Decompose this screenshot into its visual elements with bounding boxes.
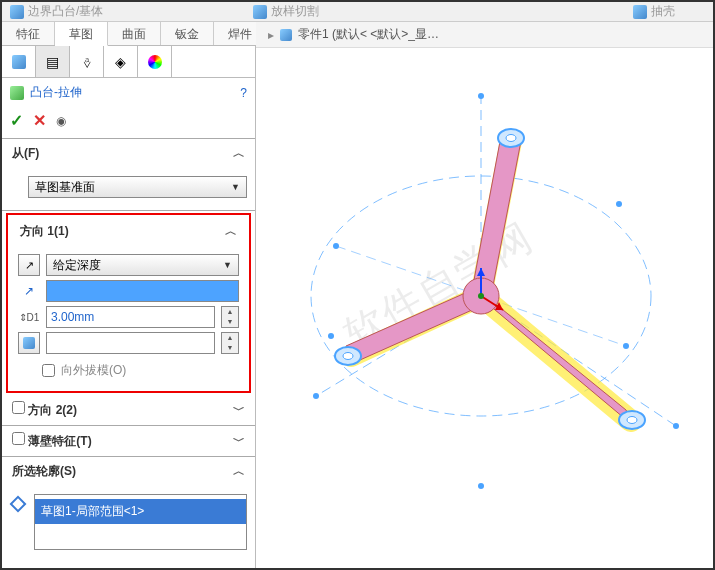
draft-button[interactable] (18, 332, 40, 354)
section-label: 薄壁特征(T) (28, 434, 91, 448)
svg-point-17 (627, 417, 637, 424)
direction-vector-input[interactable] (46, 280, 239, 302)
manager-tab-config[interactable]: ⎀ (70, 46, 104, 77)
from-dropdown[interactable]: 草图基准面 ▼ (28, 176, 247, 198)
section-from-header[interactable]: 从(F) ︿ (2, 139, 255, 168)
svg-point-26 (333, 243, 339, 249)
contour-selected-item[interactable]: 草图1-局部范围<1> (35, 499, 246, 524)
extrude-icon (10, 86, 24, 100)
section-direction1: 方向 1(1) ︿ ↗ 给定深度 ▼ ↗ ⇕D1 (10, 217, 247, 389)
chevron-up-icon: ︿ (233, 463, 245, 480)
section-dir2-header[interactable]: 方向 2(2) ﹀ (2, 395, 255, 425)
tab-sketch[interactable]: 草图 (55, 22, 108, 46)
draft-icon (23, 337, 35, 349)
ribbon-item-shell[interactable]: 抽壳 (633, 3, 675, 20)
draft-outward-row: 向外拔模(O) (18, 358, 239, 381)
svg-point-29 (616, 201, 622, 207)
help-icon[interactable]: ? (240, 86, 247, 100)
graphics-viewport[interactable]: ▸ 零件1 (默认< <默认>_显… 软件自学网 (256, 46, 713, 568)
chevron-down-icon: ﹀ (233, 402, 245, 419)
model-svg (256, 46, 715, 566)
ribbon-item-boundary[interactable]: 边界凸台/基体 (10, 3, 103, 20)
svg-point-27 (623, 343, 629, 349)
section-dir1-header[interactable]: 方向 1(1) ︿ (10, 217, 247, 246)
section-label: 方向 2(2) (28, 403, 77, 417)
tab-sheetmetal[interactable]: 钣金 (161, 22, 214, 45)
cancel-button[interactable]: ✕ (33, 111, 46, 130)
expand-icon[interactable]: ▸ (268, 28, 274, 42)
ok-button[interactable]: ✓ (10, 111, 23, 130)
preview-toggle[interactable]: ◉ (56, 114, 66, 128)
spin-down[interactable]: ▼ (222, 343, 238, 353)
section-label: 所选轮廓(S) (12, 463, 76, 480)
ribbon-item-loftcut[interactable]: 放样切割 (253, 3, 319, 20)
depth-icon: ⇕D1 (18, 312, 40, 323)
section-from: 从(F) ︿ 草图基准面 ▼ (2, 139, 255, 211)
checkbox-label: 向外拔模(O) (61, 362, 126, 379)
manager-tab-property[interactable]: ▤ (36, 46, 70, 77)
dropdown-arrow-icon: ▼ (231, 182, 240, 192)
dir2-checkbox[interactable] (12, 401, 25, 414)
svg-point-15 (506, 135, 516, 142)
cube-icon (10, 5, 24, 19)
target-icon: ◈ (115, 54, 126, 70)
cube-icon (633, 5, 647, 19)
section-thin-feature: 薄壁特征(T) ﹀ (2, 426, 255, 457)
direction-arrow-icon: ↗ (18, 284, 40, 298)
section-direction2: 方向 2(2) ﹀ (2, 395, 255, 426)
feature-header: 凸台-拉伸 ? (2, 78, 255, 107)
ribbon-label: 抽壳 (651, 3, 675, 20)
reverse-direction-button[interactable]: ↗ (18, 254, 40, 276)
end-condition-dropdown[interactable]: 给定深度 ▼ (46, 254, 239, 276)
depth-spinner[interactable]: ▲ ▼ (221, 306, 239, 328)
section-label: 从(F) (12, 145, 39, 162)
chevron-up-icon: ︿ (225, 223, 237, 240)
spin-up[interactable]: ▲ (222, 307, 238, 317)
property-icon: ▤ (46, 54, 59, 70)
breadcrumb-part[interactable]: 零件1 (默认< <默认>_显… (298, 26, 439, 43)
dropdown-value: 给定深度 (53, 257, 101, 274)
feature-tree-icon (12, 55, 26, 69)
spin-up[interactable]: ▲ (222, 333, 238, 343)
draft-spinner[interactable]: ▲ ▼ (221, 332, 239, 354)
config-icon: ⎀ (83, 54, 91, 70)
manager-tab-appearance[interactable] (138, 46, 172, 77)
svg-point-22 (478, 293, 484, 299)
cube-icon (253, 5, 267, 19)
confirm-row: ✓ ✕ ◉ (2, 107, 255, 139)
draft-angle-input[interactable] (46, 332, 215, 354)
contour-listbox[interactable]: 草图1-局部范围<1> (34, 494, 247, 550)
chevron-up-icon: ︿ (233, 145, 245, 162)
ribbon-label: 边界凸台/基体 (28, 3, 103, 20)
manager-tabs: ▤ ⎀ ◈ (2, 46, 255, 78)
svg-point-30 (328, 333, 334, 339)
chevron-down-icon: ﹀ (233, 433, 245, 450)
breadcrumb: ▸ 零件1 (默认< <默认>_显… (256, 22, 713, 48)
tab-surface[interactable]: 曲面 (108, 22, 161, 45)
manager-tab-feature[interactable] (2, 46, 36, 77)
dropdown-value: 草图基准面 (35, 179, 95, 196)
draft-outward-checkbox[interactable] (42, 364, 55, 377)
section-contours-header[interactable]: 所选轮廓(S) ︿ (2, 457, 255, 486)
tab-feature[interactable]: 特征 (2, 22, 55, 45)
ribbon-label: 放样切割 (271, 3, 319, 20)
property-manager: ▤ ⎀ ◈ 凸台-拉伸 ? ✓ ✕ ◉ 从(F) ︿ 草图基准面 (2, 46, 256, 568)
feature-title: 凸台-拉伸 (30, 84, 234, 101)
spin-down[interactable]: ▼ (222, 317, 238, 327)
svg-marker-9 (346, 286, 481, 364)
manager-tab-dimxpert[interactable]: ◈ (104, 46, 138, 77)
svg-point-16 (343, 353, 353, 360)
contour-icon (10, 496, 27, 513)
appearance-icon (148, 55, 162, 69)
depth-input[interactable] (46, 306, 215, 328)
svg-point-23 (478, 93, 484, 99)
highlight-box: 方向 1(1) ︿ ↗ 给定深度 ▼ ↗ ⇕D1 (6, 213, 251, 393)
svg-point-25 (673, 423, 679, 429)
section-thin-header[interactable]: 薄壁特征(T) ﹀ (2, 426, 255, 456)
svg-point-24 (313, 393, 319, 399)
dropdown-arrow-icon: ▼ (223, 260, 232, 270)
svg-marker-8 (471, 136, 521, 296)
thin-feature-checkbox[interactable] (12, 432, 25, 445)
section-contours: 所选轮廓(S) ︿ 草图1-局部范围<1> (2, 457, 255, 562)
part-icon (280, 29, 292, 41)
